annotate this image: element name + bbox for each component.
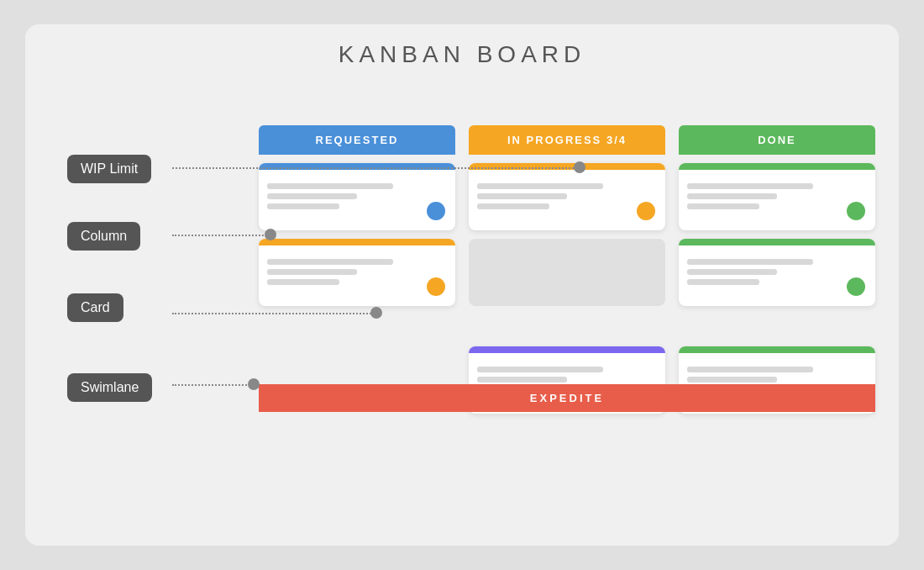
card-inprogress-ghost (469, 239, 665, 306)
card-line (172, 313, 378, 314)
column-requested-header: REQUESTED (259, 125, 455, 155)
card-line (477, 183, 603, 189)
swimlane-spacer (259, 314, 455, 346)
card-line (477, 367, 603, 372)
column-dot (265, 229, 276, 240)
column-done-header: DONE (679, 125, 875, 155)
card-line (267, 193, 357, 199)
card-bar-green (679, 346, 875, 353)
card-line (687, 259, 813, 265)
column-label: Column (67, 222, 140, 251)
card-line (687, 367, 813, 372)
card-lines (687, 183, 867, 209)
card-inprogress-1[interactable] (469, 163, 665, 230)
board-container: KANBAN BOARD WIP Limit Column Card Swiml… (25, 24, 899, 546)
column-inprogress: IN PROGRESS 3/4 (462, 125, 672, 520)
swimlane-spacer (469, 314, 665, 346)
card-lines (267, 183, 447, 209)
swimlane-line (172, 384, 256, 386)
card-line (687, 203, 759, 209)
columns-row: REQUESTED (252, 125, 882, 520)
card-line (267, 269, 357, 275)
card-bar-orange (259, 239, 455, 245)
card-line (267, 279, 339, 285)
swimlane-spacer (679, 314, 875, 346)
card-line (687, 279, 759, 285)
column-done: DONE (672, 125, 882, 520)
wip-limit-dot (574, 161, 585, 173)
wip-limit-label: WIP Limit (67, 155, 151, 183)
card-lines (267, 259, 447, 285)
wip-limit-line (172, 167, 584, 169)
card-line (687, 183, 813, 189)
card-lines (687, 259, 867, 285)
swimlane-text: EXPEDITE (530, 392, 604, 404)
column-requested: REQUESTED (252, 125, 462, 520)
card-bar-green (679, 239, 875, 245)
card-requested-2[interactable] (259, 239, 455, 306)
card-line (477, 377, 567, 383)
card-dot-green (847, 277, 865, 296)
card-line (687, 193, 777, 199)
card-dot-orange (637, 202, 655, 220)
card-requested-1[interactable] (259, 163, 455, 230)
card-label: Card (67, 293, 123, 322)
card-bar-purple (469, 346, 665, 353)
kanban-area: REQUESTED (252, 125, 882, 520)
card-dot-green (847, 202, 865, 220)
card-lines (477, 183, 657, 209)
card-line (687, 269, 777, 275)
swimlane-bar: EXPEDITE (259, 384, 875, 412)
card-bar-green (679, 163, 875, 170)
card-line (267, 259, 393, 265)
card-line (267, 203, 339, 209)
card-line (477, 193, 567, 199)
swimlane-dot (248, 378, 260, 390)
card-line (267, 183, 393, 189)
column-line (172, 235, 273, 236)
card-line (477, 203, 549, 209)
column-inprogress-header: IN PROGRESS 3/4 (469, 125, 665, 155)
card-done-1[interactable] (679, 163, 875, 230)
card-dot (370, 307, 382, 319)
card-done-2[interactable] (679, 239, 875, 306)
card-dot-blue (427, 202, 445, 220)
card-dot-orange (427, 277, 445, 296)
swimlane-label: Swimlane (67, 373, 152, 402)
card-line (687, 377, 777, 383)
board-title: KANBAN BOARD (50, 41, 874, 68)
